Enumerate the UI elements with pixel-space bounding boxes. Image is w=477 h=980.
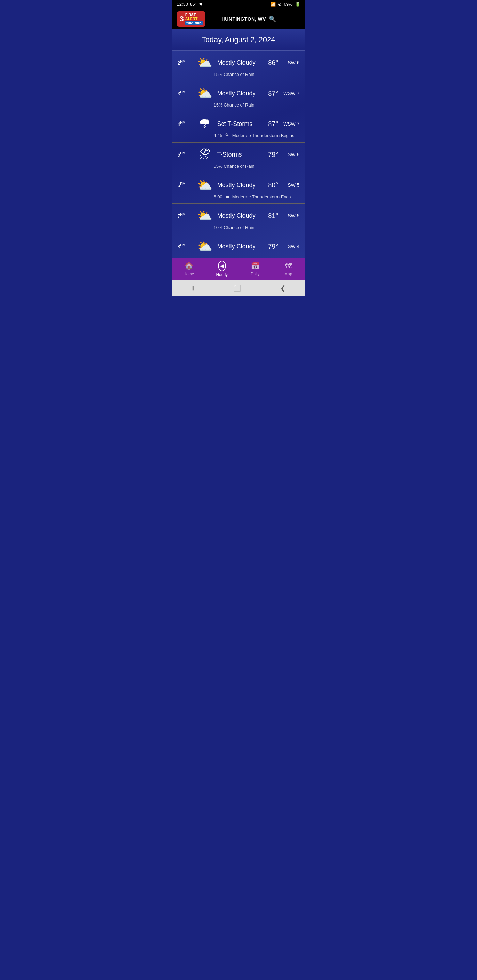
sub-text: Moderate Thunderstorm Ends [232, 194, 291, 199]
nav-label: Hourly [216, 272, 228, 277]
location-text: HUNTINGTON, WV [222, 16, 266, 22]
weather-row[interactable]: 6PM ⛅ Mostly Cloudy 80° SW 5 6:00 🌧 Mode… [172, 173, 305, 204]
menu-line-1 [293, 17, 300, 18]
weather-temp: 80° [261, 181, 279, 189]
sub-text: 15% Chance of Rain [214, 72, 254, 77]
status-bar: 12:30 85° ✖ 📶 ⊘ 69% 🔋 [172, 0, 305, 8]
date-text: Today, August 2, 2024 [201, 35, 275, 44]
logo-number: 3 [180, 14, 184, 24]
weather-row[interactable]: 3PM ⛅ Mostly Cloudy 87° WSW 7 15% Chance… [172, 81, 305, 112]
weather-icon: 🌩 [196, 117, 214, 131]
location-display[interactable]: HUNTINGTON, WV 🔍 [222, 15, 276, 23]
status-icon-x: ✖ [199, 2, 203, 7]
nav-icon: 📅 [250, 262, 260, 270]
weather-main-row: 4PM 🌩 Sct T-Storms 87° WSW 7 [178, 117, 300, 131]
status-right: 📶 ⊘ 69% 🔋 [270, 2, 300, 7]
status-time: 12:30 [177, 2, 188, 7]
sub-time: 6:00 [214, 194, 222, 199]
status-left: 12:30 85° ✖ [177, 2, 203, 7]
hour-time: 8PM [178, 243, 193, 250]
weather-sub: 15% Chance of Rain [178, 102, 300, 108]
sub-text: 65% Chance of Rain [214, 164, 254, 169]
logo-alert: ALERT [185, 17, 203, 21]
date-banner: Today, August 2, 2024 [172, 29, 305, 51]
hour-time: 2PM [178, 60, 193, 66]
weather-icon: ⛅ [196, 56, 214, 70]
weather-temp: 79° [261, 151, 279, 159]
weather-temp: 79° [261, 243, 279, 250]
weather-condition: Mostly Cloudy [217, 212, 257, 220]
weather-row[interactable]: 2PM ⛅ Mostly Cloudy 86° SW 6 15% Chance … [172, 51, 305, 81]
weather-wind: SW 5 [282, 213, 300, 218]
hour-time: 5PM [178, 151, 193, 158]
sub-text: 10% Chance of Rain [214, 225, 254, 230]
weather-wind: SW 8 [282, 152, 300, 157]
search-icon[interactable]: 🔍 [269, 15, 276, 23]
weather-main-row: 7PM ⛅ Mostly Cloudy 81° SW 5 [178, 208, 300, 223]
back-button-icon[interactable]: ❮ [280, 285, 285, 292]
sub-text: 15% Chance of Rain [214, 102, 254, 108]
recent-apps-icon[interactable]: ⦀ [192, 285, 195, 292]
weather-temp: 87° [261, 120, 279, 128]
android-nav-bar: ⦀ ⬜ ❮ [172, 280, 305, 296]
nav-label: Home [183, 272, 194, 276]
weather-row[interactable]: 8PM ⛅ Mostly Cloudy 79° SW 4 [172, 234, 305, 258]
bottom-navigation: 🏠 Home ◀ Hourly 📅 Daily 🗺 Map [172, 258, 305, 280]
weather-row[interactable]: 5PM ⛈ T-Storms 79° SW 8 65% Chance of Ra… [172, 143, 305, 173]
battery-icon: 🔋 [295, 2, 300, 7]
weather-condition: Mostly Cloudy [217, 59, 257, 66]
dnd-icon: ⊘ [278, 2, 282, 7]
weather-row[interactable]: 7PM ⛅ Mostly Cloudy 81° SW 5 10% Chance … [172, 204, 305, 234]
logo-text-group: FIRST ALERT WEATHER [185, 13, 203, 25]
menu-line-3 [293, 21, 300, 21]
battery-pct: 69% [284, 2, 292, 7]
hour-time: 6PM [178, 182, 193, 188]
menu-button[interactable] [293, 17, 300, 21]
wifi-icon: 📶 [270, 2, 276, 7]
weather-main-row: 3PM ⛅ Mostly Cloudy 87° WSW 7 [178, 86, 300, 100]
sub-icon: 🌧 [225, 194, 230, 199]
app-header: 3 FIRST ALERT WEATHER HUNTINGTON, WV 🔍 [172, 8, 305, 29]
status-temp: 85° [190, 2, 197, 7]
sub-time: 4:45 [214, 133, 222, 138]
sub-text: Moderate Thunderstorm Begins [232, 133, 295, 138]
weather-icon: ⛅ [196, 86, 214, 100]
sub-icon: ⛈ [225, 133, 230, 138]
weather-sub: 65% Chance of Rain [178, 164, 300, 169]
nav-icon: 🗺 [285, 262, 292, 270]
weather-temp: 81° [261, 212, 279, 220]
nav-icon: 🏠 [184, 262, 193, 270]
hour-time: 3PM [178, 90, 193, 96]
weather-condition: Mostly Cloudy [217, 243, 257, 250]
logo-first: FIRST [185, 13, 203, 17]
weather-condition: Mostly Cloudy [217, 90, 257, 97]
menu-line-2 [293, 19, 300, 19]
nav-label: Daily [250, 272, 260, 276]
weather-icon: ⛅ [196, 239, 214, 253]
nav-icon: ◀ [218, 261, 226, 271]
weather-temp: 86° [261, 59, 279, 67]
weather-wind: WSW 7 [282, 121, 300, 127]
weather-main-row: 8PM ⛅ Mostly Cloudy 79° SW 4 [178, 239, 300, 253]
nav-item-map[interactable]: 🗺 Map [275, 262, 302, 276]
app-logo: 3 FIRST ALERT WEATHER [177, 11, 205, 27]
weather-main-row: 6PM ⛅ Mostly Cloudy 80° SW 5 [178, 178, 300, 192]
weather-wind: WSW 7 [282, 91, 300, 96]
weather-sub: 4:45 ⛈ Moderate Thunderstorm Begins [178, 133, 300, 138]
hourly-weather-list: 2PM ⛅ Mostly Cloudy 86° SW 6 15% Chance … [172, 51, 305, 258]
nav-label: Map [284, 272, 292, 276]
weather-main-row: 2PM ⛅ Mostly Cloudy 86° SW 6 [178, 56, 300, 70]
weather-row[interactable]: 4PM 🌩 Sct T-Storms 87° WSW 7 4:45 ⛈ Mode… [172, 112, 305, 143]
hour-time: 4PM [178, 121, 193, 127]
nav-item-daily[interactable]: 📅 Daily [241, 262, 269, 276]
weather-condition: Sct T-Storms [217, 121, 257, 127]
weather-sub: 15% Chance of Rain [178, 72, 300, 77]
nav-item-hourly[interactable]: ◀ Hourly [208, 261, 236, 277]
home-button-icon[interactable]: ⬜ [234, 285, 241, 292]
hour-time: 7PM [178, 213, 193, 219]
nav-item-home[interactable]: 🏠 Home [175, 262, 202, 276]
weather-icon: ⛅ [196, 208, 214, 223]
weather-temp: 87° [261, 89, 279, 97]
weather-sub: 10% Chance of Rain [178, 225, 300, 230]
weather-main-row: 5PM ⛈ T-Storms 79° SW 8 [178, 147, 300, 162]
